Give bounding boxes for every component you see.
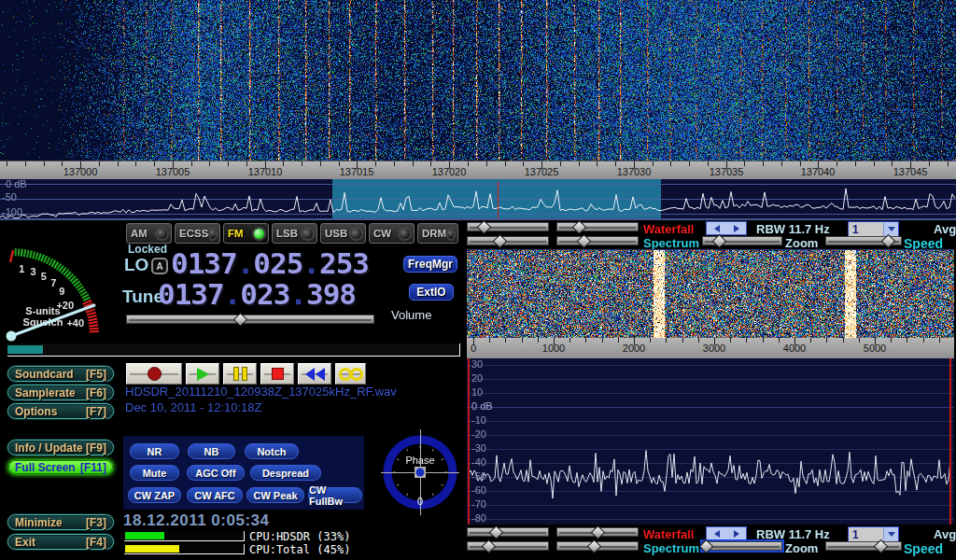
dropdown-arrow-icon[interactable] [883, 222, 898, 236]
mode-fm-button[interactable]: FM [223, 223, 269, 244]
options-button[interactable]: Options[F7] [7, 403, 114, 419]
main-spectrum-display[interactable]: 0 dB-50-100 [0, 179, 956, 220]
minor-tick [302, 161, 302, 166]
minor-tick [744, 161, 745, 166]
avg-dropdown-bottom[interactable]: 1 [848, 526, 899, 542]
zoom-slider[interactable] [702, 236, 782, 245]
nb-button[interactable]: NB [188, 443, 235, 459]
cw-zap-button[interactable]: CW ZAP [128, 487, 181, 503]
slider-thumb[interactable] [873, 539, 888, 554]
lo-frequency-display[interactable]: 0137.025.253 [171, 248, 369, 279]
slider-thumb[interactable] [572, 220, 587, 235]
minor-tick [746, 338, 747, 343]
main-waterfall-display[interactable] [0, 0, 956, 161]
auto-lo-button[interactable]: A [151, 258, 168, 274]
audio-waterfall-display[interactable] [467, 249, 954, 339]
mode-ecss-button[interactable]: ECSS [175, 223, 220, 244]
spectrum-contrast-slider[interactable] [556, 236, 639, 245]
avg-dropdown[interactable]: 1 [848, 221, 899, 237]
zoom-label: Zoom [785, 236, 818, 250]
mode-cw-button[interactable]: CW [369, 223, 415, 244]
slider-thumb[interactable] [481, 539, 496, 554]
nr-button[interactable]: NR [130, 443, 179, 459]
extio-button[interactable]: ExtIO [409, 284, 454, 301]
slider-thumb[interactable] [712, 234, 727, 249]
slider-thumb[interactable] [586, 539, 601, 554]
despread-button[interactable]: Despread [250, 465, 321, 481]
dropdown-arrow-icon[interactable] [883, 527, 898, 541]
speed-slider[interactable] [825, 236, 902, 245]
audio-frequency-scale[interactable]: 010002000300040005000 [467, 338, 954, 358]
cw-peak-button[interactable]: CW Peak [246, 487, 304, 503]
waterfall-brightness-slider-bottom[interactable] [467, 527, 549, 537]
minor-tick [135, 161, 136, 166]
mute-button[interactable]: Mute [130, 465, 179, 481]
record-button[interactable] [126, 363, 182, 385]
squelch-slider[interactable] [7, 343, 460, 357]
button-key: [F11] [80, 461, 106, 474]
volume-slider[interactable] [126, 315, 374, 324]
scroll-right-icon[interactable] [726, 222, 746, 234]
mode-label: USB [325, 228, 349, 239]
frequency-scale[interactable]: 1370001370051370101370151370201370251370… [0, 161, 956, 179]
tune-marker [498, 181, 499, 218]
loop-button[interactable] [335, 363, 366, 385]
cw-afc-button[interactable]: CW AFC [187, 487, 243, 503]
soundcard-button[interactable]: Soundcard[F5] [7, 366, 114, 382]
minor-tick [618, 338, 619, 343]
speed-slider-bottom[interactable] [825, 541, 902, 551]
notch-button[interactable]: Notch [245, 443, 299, 459]
cw-fullbw-button[interactable]: CW FullBw [308, 487, 362, 503]
rewind-button[interactable] [298, 363, 331, 385]
band-scrollbar[interactable] [706, 221, 747, 235]
exit-button[interactable]: Exit[F4] [7, 534, 114, 550]
scroll-right-icon[interactable] [726, 527, 746, 539]
scroll-left-icon[interactable] [707, 222, 726, 234]
spectrum-brightness-slider[interactable] [467, 236, 549, 245]
spectrum-brightness-slider-bottom[interactable] [467, 541, 549, 551]
slider-thumb[interactable] [233, 313, 248, 328]
slider-thumb[interactable] [576, 234, 591, 249]
freq-mgr-button[interactable]: FreqMgr [403, 256, 457, 273]
stop-button[interactable] [260, 363, 294, 385]
slider-thumb[interactable] [493, 234, 508, 249]
mode-label: CW [373, 228, 398, 239]
minor-tick [810, 338, 811, 343]
play-icon [197, 368, 209, 381]
info-update-button[interactable]: Info / Update[F9] [7, 440, 114, 455]
db-tick-label: 20 [471, 373, 483, 384]
mode-usb-button[interactable]: USB [320, 223, 366, 244]
waterfall-contrast-slider[interactable] [556, 222, 639, 231]
waterfall-label-bottom: Waterfall [643, 527, 694, 541]
zoom-slider-bottom[interactable] [702, 541, 782, 551]
minor-tick [763, 338, 764, 343]
pause-button[interactable] [223, 363, 257, 385]
minor-tick [569, 338, 570, 343]
mode-drm-button[interactable]: DRM [417, 223, 458, 244]
fullscreen-button[interactable]: Full Screen[F11] [7, 459, 114, 475]
waterfall-brightness-slider[interactable] [467, 222, 549, 231]
minor-tick [118, 161, 119, 166]
scroll-left-icon[interactable] [707, 527, 726, 539]
waterfall-contrast-slider-bottom[interactable] [556, 527, 639, 537]
slider-thumb[interactable] [477, 220, 492, 235]
samplerate-button[interactable]: Samplerate[F6] [7, 385, 114, 400]
play-button[interactable] [186, 363, 219, 385]
slider-thumb[interactable] [698, 539, 713, 554]
slider-thumb[interactable] [489, 525, 504, 540]
slider-thumb[interactable] [881, 234, 896, 249]
slider-thumb[interactable] [591, 525, 606, 540]
db-tick-label: -20 [471, 429, 486, 440]
audio-spectrum-display[interactable]: 3020100 dB-10-20-30-40-50-60-70-80 [467, 358, 954, 525]
agc-off-button[interactable]: AGC Off [187, 465, 245, 481]
button-key: [F7] [86, 405, 106, 418]
band-scrollbar-bottom[interactable] [706, 526, 747, 540]
db-tick-label: -40 [471, 457, 486, 468]
mode-am-button[interactable]: AM [126, 223, 172, 244]
spectrum-contrast-slider-bottom[interactable] [556, 541, 639, 551]
minor-tick [763, 161, 764, 166]
tune-frequency-display[interactable]: 0137.023.398 [158, 279, 356, 310]
cpu-hdsdr-bar [124, 531, 245, 541]
mode-lsb-button[interactable]: LSB [272, 223, 317, 244]
minimize-button[interactable]: Minimize[F3] [7, 514, 114, 530]
